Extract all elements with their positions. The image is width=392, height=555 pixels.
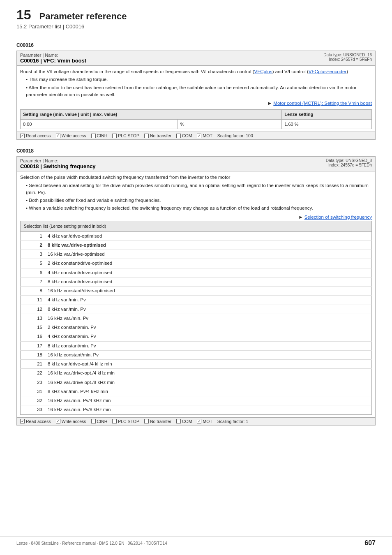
scaling-c00016: Scaling factor: 100 (217, 133, 253, 138)
access-write-c00016: Write access (56, 133, 86, 138)
bullet3-c00018: • When a variable switching frequency is… (26, 205, 372, 212)
list-item-label: 4 kHz var./drive-optimised (45, 231, 372, 240)
list-item-value: 17 (21, 341, 45, 350)
checkbox-plcstop-c00018 (112, 419, 117, 423)
selection-list-title: Selection list (24, 224, 48, 229)
sub-heading: 15.2 Parameter list | C00016 (16, 23, 376, 30)
list-item: 218 kHz var./drive-opt./4 kHz min (21, 360, 372, 369)
list-item-value: 32 (21, 396, 45, 405)
checkbox-mot-c00018 (197, 419, 201, 423)
list-item-value: 3 (21, 250, 45, 259)
link-row-c00018: ► Selection of switching frequency (20, 214, 372, 221)
list-item-label: 16 kHz constant/drive-optimised (45, 287, 372, 296)
selection-list-note: (Lenze setting printed in bold) (49, 224, 106, 229)
param-header-right-c00016: Data type: UNSIGNED_16 Index: 24557d = 5… (323, 53, 372, 62)
param-name-c00018: C00018 | Switching frequency (20, 163, 96, 169)
list-item-value: 16 (21, 332, 45, 341)
divider (16, 34, 376, 34)
list-item-label: 8 kHz var./drive-optimised (45, 240, 372, 250)
access-row-c00016: Read access Write access CINH PLC STOP N… (17, 132, 375, 139)
param-header-left-c00016: Parameter | Name: C00016 | VFC: Vmin boo… (20, 53, 86, 64)
access-com-c00016: COM (176, 133, 192, 138)
list-item: 3216 kHz var./min. Pv/4 kHz min (21, 396, 372, 405)
list-item-value: 2 (21, 240, 45, 250)
list-item-value: 13 (21, 314, 45, 323)
setting-range-header: Setting range (min. value | unit | max. … (21, 110, 282, 120)
checkbox-cinh-c00016 (91, 134, 96, 138)
bullet2-c00016: • After the motor to be used has been se… (26, 84, 372, 99)
page-header: 15 Parameter reference (16, 8, 376, 22)
list-item: 316 kHz var./drive-optimised (21, 250, 372, 259)
lenze-value-c00016: 1.60 % (282, 119, 372, 129)
list-item-label: 16 kHz var./drive-opt./4 kHz min (45, 369, 372, 378)
param-card-c00018: Parameter | Name: C00018 | Switching fre… (16, 156, 376, 425)
list-item-value: 8 (21, 287, 45, 296)
access-com-c00018: COM (176, 419, 192, 424)
access-write-c00018: Write access (56, 419, 86, 424)
list-item-value: 1 (21, 231, 45, 240)
list-item-value: 5 (21, 259, 45, 268)
param-card-header-c00016: Parameter | Name: C00016 | VFC: Vmin boo… (17, 51, 375, 66)
list-item-label: 16 kHz var./drive-optimised (45, 250, 372, 259)
list-item-label: 4 kHz constant/min. Pv (45, 332, 372, 341)
link-vfcplus[interactable]: VFCplus (254, 69, 272, 74)
footer-left: Lenze · 8400 StateLine · Reference manua… (16, 541, 167, 546)
page-container: 15 Parameter reference 15.2 Parameter li… (0, 0, 392, 555)
unit-c00016: % (178, 119, 281, 129)
param-header-left-c00018: Parameter | Name: C00018 | Switching fre… (20, 158, 96, 169)
selection-list-header: Selection list (Lenze setting printed in… (20, 221, 372, 231)
data-type-c00018: Data type: UNSIGNED_8 (326, 158, 372, 163)
list-item: 78 kHz constant/drive-optimised (21, 277, 372, 286)
checkbox-write-c00018 (56, 419, 60, 423)
bullet1-c00016: • This may increase the starting torque. (26, 76, 372, 83)
list-item: 64 kHz constant/drive-optimised (21, 268, 372, 277)
checkbox-read-c00016 (20, 134, 25, 138)
list-item: 28 kHz var./drive-optimised (21, 240, 372, 250)
list-item-label: 8 kHz constant/drive-optimised (45, 277, 372, 286)
list-item-label: 8 kHz var./drive-opt./4 kHz min (45, 360, 372, 369)
bullet2-c00018: • Both possibilities offer fixed and var… (26, 197, 372, 204)
link-row-c00016: ► Motor control (MCTRL): Setting the Vmi… (20, 100, 372, 107)
link-switching-freq[interactable]: Selection of switching frequency (304, 215, 372, 220)
section-label-c00016: C00016 (16, 42, 376, 48)
list-item-value: 18 (21, 350, 45, 359)
list-item-value: 23 (21, 378, 45, 387)
link-vfcplus-encoder[interactable]: VFCplus+encoder (309, 69, 346, 74)
checkbox-notransfer-c00018 (144, 419, 149, 423)
list-item: 1816 kHz constant/min. Pv (21, 350, 372, 359)
access-read-c00016: Read access (20, 133, 51, 138)
list-item-label: 8 kHz constant/min. Pv (45, 341, 372, 350)
access-notransfer-c00018: No transfer (144, 419, 171, 424)
checkbox-cinh-c00018 (91, 419, 96, 423)
checkbox-plcstop-c00016 (112, 134, 117, 138)
checkbox-com-c00016 (176, 134, 181, 138)
access-plcstop-c00018: PLC STOP (112, 419, 139, 424)
list-item-value: 21 (21, 360, 45, 369)
access-cinh-c00016: CINH (91, 133, 108, 138)
list-item: 2316 kHz var./drive-opt./8 kHz min (21, 378, 372, 387)
list-item-value: 7 (21, 277, 45, 286)
param-header-right-c00018: Data type: UNSIGNED_8 Index: 24557d = 5F… (326, 158, 372, 167)
param-card-c00016: Parameter | Name: C00016 | VFC: Vmin boo… (16, 51, 376, 140)
lenze-setting-header: Lenze setting (282, 110, 372, 120)
list-item-value: 22 (21, 369, 45, 378)
index-c00018: Index: 24557d = 5FEDh (326, 163, 372, 167)
list-item-value: 12 (21, 305, 45, 314)
list-item-value: 15 (21, 323, 45, 332)
list-item-label: 16 kHz var./drive-opt./8 kHz min (45, 378, 372, 387)
list-item: 52 kHz constant/drive-optimised (21, 259, 372, 268)
min-value-c00016: 0.00 (21, 119, 178, 129)
checkbox-read-c00018 (20, 419, 25, 423)
list-item-label: 16 kHz var./min. Pv/8 kHz min (45, 405, 372, 414)
list-item-label: 16 kHz var./min. Pv (45, 314, 372, 323)
list-item: 318 kHz var./min. Pv/4 kHz min (21, 387, 372, 396)
link-mctrl[interactable]: Motor control (MCTRL): Setting the Vmin … (273, 101, 372, 106)
checkbox-write-c00016 (56, 134, 60, 138)
list-item: 14 kHz var./drive-optimised (21, 231, 372, 240)
desc-line1-c00016: Boost of the V/f voltage characteristic … (20, 68, 372, 75)
data-type-c00016: Data type: UNSIGNED_16 (323, 53, 372, 57)
page-footer: Lenze · 8400 StateLine · Reference manua… (0, 536, 392, 547)
list-item: 2216 kHz var./drive-opt./4 kHz min (21, 369, 372, 378)
access-mot-c00016: MOT (197, 133, 212, 138)
setting-range-table-c00016: Setting range (min. value | unit | max. … (20, 109, 372, 129)
